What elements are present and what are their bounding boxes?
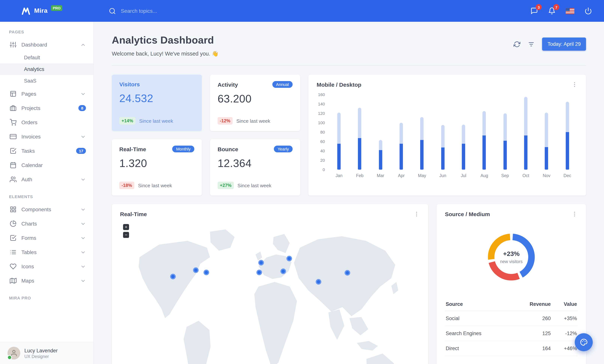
user-name: Lucy Lavender bbox=[24, 348, 58, 353]
sidebar-item-dashboard[interactable]: Dashboard bbox=[0, 38, 93, 52]
theme-settings-fab[interactable] bbox=[575, 333, 593, 351]
sidebar-item-label: Invoices bbox=[21, 134, 41, 140]
bar-chart-plot bbox=[329, 95, 578, 170]
sidebar-item-icons[interactable]: Icons bbox=[0, 259, 93, 274]
sidebar-subitem-default[interactable]: Default bbox=[0, 52, 93, 63]
stat-value: 1.320 bbox=[119, 157, 194, 170]
map-marker-9[interactable] bbox=[344, 270, 350, 276]
map-marker-7[interactable] bbox=[287, 256, 292, 261]
user-profile[interactable]: Lucy Lavender UX Designer bbox=[0, 342, 93, 364]
sidebar-item-label: Dashboard bbox=[21, 42, 47, 48]
value-cell: -12% bbox=[552, 326, 578, 341]
bar-apr bbox=[391, 95, 412, 170]
sidebar: PAGESDashboardDefaultAnalyticsSaaSPagesP… bbox=[0, 22, 94, 364]
bar-segment-mobile bbox=[566, 132, 569, 170]
sidebar-item-components[interactable]: Components bbox=[0, 202, 93, 216]
y-tick-label: 40 bbox=[320, 149, 325, 153]
map-icon bbox=[10, 277, 16, 284]
sidebar-item-label: Charts bbox=[21, 221, 37, 227]
sidebar-item-auth[interactable]: Auth bbox=[0, 172, 93, 187]
bar-segment-desktop bbox=[400, 123, 403, 144]
donut-center-value: +23% bbox=[503, 250, 520, 258]
map-marker-3[interactable] bbox=[203, 270, 209, 276]
grid-icon bbox=[10, 206, 16, 213]
map-marker-6[interactable] bbox=[280, 268, 286, 274]
sidebar-item-label: Auth bbox=[21, 176, 32, 182]
page-header: Analytics Dashboard Welcome back, Lucy! … bbox=[112, 35, 586, 57]
filter-button[interactable] bbox=[528, 41, 535, 48]
sidebar-item-orders[interactable]: Orders bbox=[0, 115, 93, 129]
world-map: + − bbox=[120, 221, 420, 364]
source-cell: Social bbox=[445, 311, 511, 326]
chart-menu-button[interactable] bbox=[571, 81, 578, 88]
source-col-value: Value bbox=[552, 298, 578, 311]
source-card-title: Source / Medium bbox=[445, 211, 490, 217]
sidebar-subitem-saas[interactable]: SaaS bbox=[0, 75, 93, 87]
y-tick-label: 140 bbox=[318, 102, 325, 106]
map-card-title: Real-Time bbox=[120, 211, 147, 217]
brand[interactable]: Mira PRO bbox=[0, 6, 94, 16]
bar-segment-desktop bbox=[462, 125, 465, 144]
sidebar-subitem-analytics[interactable]: Analytics bbox=[0, 63, 93, 75]
bar-oct bbox=[516, 95, 536, 170]
chevron-down-icon bbox=[80, 134, 86, 139]
chevron-down-icon bbox=[80, 249, 86, 255]
sidebar-item-pages[interactable]: Pages bbox=[0, 87, 93, 101]
credit-card-icon bbox=[10, 133, 16, 140]
map-marker-5[interactable] bbox=[258, 260, 264, 265]
sidebar-item-label: Calendar bbox=[21, 162, 43, 168]
map-marker-4[interactable] bbox=[256, 270, 262, 276]
date-range-button[interactable]: Today: April 29 bbox=[542, 38, 586, 51]
realtime-map-card: Real-Time bbox=[112, 204, 428, 364]
sidebar-item-projects[interactable]: Projects8 bbox=[0, 101, 93, 115]
bar-jun bbox=[432, 95, 453, 170]
refresh-button[interactable] bbox=[514, 41, 520, 48]
chart-card-title: Mobile / Desktop bbox=[317, 81, 361, 88]
bar-segment-mobile bbox=[441, 148, 445, 170]
online-status-dot bbox=[7, 355, 12, 360]
sidebar-item-tables[interactable]: Tables bbox=[0, 245, 93, 259]
user-role: UX Designer bbox=[24, 354, 58, 359]
stat-card-visitors: Visitors24.532+14%Since last week bbox=[112, 75, 202, 131]
bar-segment-desktop bbox=[545, 113, 548, 147]
search-input[interactable] bbox=[120, 8, 208, 14]
us-flag-icon bbox=[566, 8, 574, 14]
zoom-in-button[interactable]: + bbox=[123, 224, 129, 230]
search-icon bbox=[109, 7, 116, 14]
bar-segment-desktop bbox=[503, 113, 507, 140]
sidebar-item-forms[interactable]: Forms bbox=[0, 231, 93, 245]
delta-badge: -18% bbox=[119, 182, 134, 189]
map-marker-2[interactable] bbox=[193, 267, 199, 273]
zoom-out-button[interactable]: − bbox=[123, 232, 129, 238]
chevron-down-icon bbox=[80, 278, 86, 284]
sidebar-item-label: Icons bbox=[21, 264, 34, 269]
sidebar-item-invoices[interactable]: Invoices bbox=[0, 129, 93, 144]
source-cell: Search Engines bbox=[445, 326, 511, 341]
map-menu-button[interactable] bbox=[414, 211, 420, 217]
notifications-badge: 7 bbox=[553, 4, 559, 10]
map-marker-1[interactable] bbox=[170, 274, 176, 279]
source-menu-button[interactable] bbox=[571, 211, 578, 217]
bar-segment-desktop bbox=[566, 102, 569, 132]
bar-segment-mobile bbox=[379, 150, 382, 170]
sliders-icon bbox=[10, 41, 16, 48]
messages-badge: 3 bbox=[536, 4, 542, 10]
sidebar-item-charts[interactable]: Charts bbox=[0, 216, 93, 231]
sidebar-item-tasks[interactable]: Tasks17 bbox=[0, 144, 93, 158]
stat-value: 12.364 bbox=[218, 157, 293, 170]
x-tick-label: Jan bbox=[329, 173, 350, 178]
sidebar-item-maps[interactable]: Maps bbox=[0, 274, 93, 288]
source-row-social: Social260+35% bbox=[445, 311, 578, 326]
logout-button[interactable] bbox=[584, 7, 592, 15]
bar-may bbox=[412, 95, 433, 170]
map-marker-8[interactable] bbox=[316, 279, 321, 285]
notifications-button[interactable]: 7 bbox=[548, 7, 556, 15]
language-selector[interactable] bbox=[566, 8, 574, 14]
sidebar-item-calendar[interactable]: Calendar bbox=[0, 158, 93, 172]
x-tick-label: Jun bbox=[432, 173, 453, 178]
sidebar-item-label: Forms bbox=[21, 235, 36, 241]
page-subtitle: Welcome back, Lucy! We've missed you. 👋 bbox=[112, 51, 218, 57]
y-tick-label: 20 bbox=[320, 158, 325, 163]
messages-button[interactable]: 3 bbox=[530, 7, 538, 15]
world-map-image bbox=[120, 221, 420, 364]
